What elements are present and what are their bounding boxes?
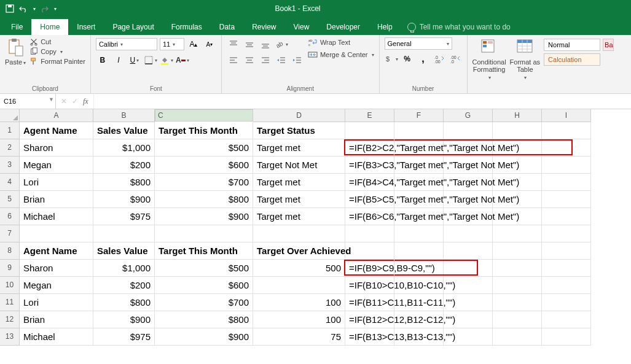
- cell-A7[interactable]: [20, 225, 93, 242]
- cell-E9[interactable]: =IF(B9>C9,B9-C9,""): [345, 260, 394, 277]
- fill-color-icon[interactable]: ▾: [160, 53, 173, 67]
- row-header-7[interactable]: 7: [0, 225, 20, 242]
- cell-D13[interactable]: 75: [253, 328, 345, 346]
- row-header-12[interactable]: 12: [0, 311, 20, 328]
- tab-developer[interactable]: Developer: [318, 19, 369, 35]
- row-header-5[interactable]: 5: [0, 191, 20, 208]
- cell-H12[interactable]: [493, 311, 542, 328]
- cell-B3[interactable]: $200: [93, 157, 155, 174]
- cell-E10[interactable]: =IF(B10>C10,B10-C10,""): [345, 277, 394, 294]
- cell-B8[interactable]: Sales Value: [93, 242, 155, 260]
- cell-I4[interactable]: [542, 174, 591, 191]
- cell-C5[interactable]: $800: [155, 191, 253, 208]
- formula-bar[interactable]: [93, 94, 631, 109]
- cell-D1[interactable]: Target Status: [253, 122, 345, 139]
- cell-D7[interactable]: [253, 225, 345, 242]
- cell-D9[interactable]: 500: [253, 260, 345, 277]
- cell-H11[interactable]: [493, 294, 542, 311]
- cell-I10[interactable]: [542, 277, 591, 294]
- wrap-text-button[interactable]: abcWrap Text: [308, 37, 374, 47]
- decrease-font-icon[interactable]: A▾: [203, 37, 216, 51]
- cell-A5[interactable]: Brian: [20, 191, 93, 208]
- cell-D12[interactable]: 100: [253, 311, 345, 328]
- row-header-2[interactable]: 2: [0, 139, 20, 157]
- decrease-decimal-icon[interactable]: .00.0: [449, 52, 462, 66]
- row-header-9[interactable]: 9: [0, 260, 20, 277]
- cell-H9[interactable]: [493, 260, 542, 277]
- merge-center-button[interactable]: Merge & Center▾: [308, 50, 374, 60]
- tab-home[interactable]: Home: [31, 19, 68, 35]
- italic-icon[interactable]: I: [112, 53, 125, 67]
- column-header-E[interactable]: E: [345, 109, 394, 122]
- cell-E12[interactable]: =IF(B12>C12,B12-C12,""): [345, 311, 394, 328]
- cell-B5[interactable]: $900: [93, 191, 155, 208]
- cell-C8[interactable]: Target This Month: [155, 242, 253, 260]
- comma-format-icon[interactable]: ,: [417, 52, 430, 66]
- align-top-icon[interactable]: [227, 37, 240, 51]
- cell-F8[interactable]: [394, 242, 444, 260]
- cell-B7[interactable]: [93, 225, 155, 242]
- align-center-icon[interactable]: [243, 53, 256, 67]
- cell-C2[interactable]: $500: [155, 139, 253, 157]
- align-middle-icon[interactable]: [243, 37, 256, 51]
- percent-format-icon[interactable]: %: [401, 52, 414, 66]
- align-left-icon[interactable]: [227, 53, 240, 67]
- cell-G7[interactable]: [444, 225, 493, 242]
- tab-help[interactable]: Help: [369, 19, 401, 35]
- cell-B11[interactable]: $800: [93, 294, 155, 311]
- tab-data[interactable]: Data: [211, 19, 243, 35]
- column-header-G[interactable]: G: [444, 109, 493, 122]
- cell-I6[interactable]: [542, 208, 591, 225]
- paste-button[interactable]: Paste▾: [5, 37, 26, 66]
- cell-I12[interactable]: [542, 311, 591, 328]
- bold-icon[interactable]: B: [96, 53, 109, 67]
- row-header-8[interactable]: 8: [0, 242, 20, 260]
- tab-insert[interactable]: Insert: [68, 19, 104, 35]
- row-header-1[interactable]: 1: [0, 122, 20, 139]
- cell-C4[interactable]: $700: [155, 174, 253, 191]
- cell-D8[interactable]: Target Over Achieved: [253, 242, 345, 260]
- cell-B2[interactable]: $1,000: [93, 139, 155, 157]
- cell-B4[interactable]: $800: [93, 174, 155, 191]
- conditional-formatting-button[interactable]: Conditional Formatting▾: [472, 37, 506, 80]
- cell-A13[interactable]: Michael: [20, 328, 93, 346]
- align-right-icon[interactable]: [259, 53, 272, 67]
- cell-G1[interactable]: [444, 122, 493, 139]
- font-color-icon[interactable]: A▾: [176, 53, 189, 67]
- cell-B10[interactable]: $200: [93, 277, 155, 294]
- cell-I7[interactable]: [542, 225, 591, 242]
- cell-F7[interactable]: [394, 225, 444, 242]
- cell-H8[interactable]: [493, 242, 542, 260]
- row-header-11[interactable]: 11: [0, 294, 20, 311]
- row-header-3[interactable]: 3: [0, 157, 20, 174]
- cell-I11[interactable]: [542, 294, 591, 311]
- cell-E2[interactable]: =IF(B2>C2,"Target met","Target Not Met"): [345, 139, 394, 157]
- fx-icon[interactable]: fx: [83, 97, 88, 106]
- cell-F1[interactable]: [394, 122, 444, 139]
- cell-C1[interactable]: Target This Month: [155, 122, 253, 139]
- cell-I1[interactable]: [542, 122, 591, 139]
- select-all-corner[interactable]: [0, 109, 20, 122]
- redo-icon[interactable]: [39, 4, 49, 14]
- column-header-C[interactable]: C: [155, 109, 253, 122]
- cell-I5[interactable]: [542, 191, 591, 208]
- cell-C6[interactable]: $900: [155, 208, 253, 225]
- tab-view[interactable]: View: [285, 19, 318, 35]
- cell-A4[interactable]: Lori: [20, 174, 93, 191]
- font-size-select[interactable]: 11▾: [160, 38, 184, 50]
- cell-I2[interactable]: [542, 139, 591, 157]
- cell-I13[interactable]: [542, 328, 591, 346]
- format-as-table-button[interactable]: Format as Table▾: [510, 37, 541, 80]
- cell-H10[interactable]: [493, 277, 542, 294]
- cell-I9[interactable]: [542, 260, 591, 277]
- cell-H1[interactable]: [493, 122, 542, 139]
- column-header-H[interactable]: H: [493, 109, 542, 122]
- cell-D6[interactable]: Target met: [253, 208, 345, 225]
- tab-review[interactable]: Review: [243, 19, 284, 35]
- cell-C3[interactable]: $600: [155, 157, 253, 174]
- cell-C9[interactable]: $500: [155, 260, 253, 277]
- increase-font-icon[interactable]: A▴: [187, 37, 200, 51]
- column-header-F[interactable]: F: [394, 109, 444, 122]
- border-icon[interactable]: ▾: [144, 53, 157, 67]
- underline-icon[interactable]: U▾: [128, 53, 141, 67]
